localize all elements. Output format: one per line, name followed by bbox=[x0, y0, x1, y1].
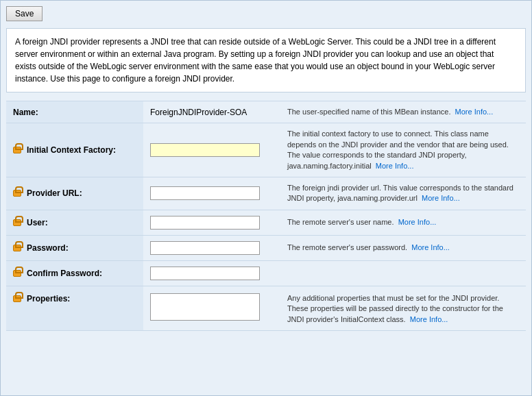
lock-shape bbox=[13, 270, 21, 277]
props-textarea[interactable] bbox=[150, 293, 260, 321]
user-label-wrapper: User: bbox=[13, 217, 136, 228]
props-label-cell: Properties: bbox=[6, 286, 143, 330]
lock-shape bbox=[13, 147, 21, 153]
table-row: Properties: Any additional properties th… bbox=[6, 286, 526, 330]
pwd-help-text: The remote server's user password. bbox=[287, 243, 407, 251]
icf-more-info-link[interactable]: More Info... bbox=[376, 162, 414, 170]
name-value-cell: ForeignJNDIProvider-SOA bbox=[143, 101, 280, 123]
table-row: Name: ForeignJNDIProvider-SOA The user-s… bbox=[6, 101, 526, 123]
table-row: User: The remote server's user name. Mor… bbox=[6, 210, 526, 235]
url-label: Provider URL: bbox=[27, 188, 82, 198]
lock-shape bbox=[13, 295, 21, 302]
url-help-cell: The foreign jndi provider url. This valu… bbox=[280, 177, 526, 210]
icf-input[interactable] bbox=[150, 143, 260, 157]
icf-label-wrapper: Initial Context Factory: bbox=[13, 145, 136, 156]
url-input[interactable] bbox=[150, 186, 260, 200]
pwd-label-wrapper: Password: bbox=[13, 243, 136, 253]
user-label-cell: User: bbox=[6, 210, 143, 235]
pwd-label: Password: bbox=[27, 243, 69, 253]
cpwd-label: Confirm Password: bbox=[27, 269, 102, 278]
user-more-info-link[interactable]: More Info... bbox=[398, 218, 437, 226]
name-value: ForeignJNDIProvider-SOA bbox=[150, 108, 247, 117]
props-help-text: Any additional properties that must be s… bbox=[287, 294, 503, 323]
lock-icon bbox=[13, 217, 24, 228]
toolbar: Save bbox=[6, 6, 526, 21]
cpwd-label-wrapper: Confirm Password: bbox=[13, 268, 136, 279]
props-input-cell bbox=[143, 286, 280, 330]
lock-icon bbox=[13, 243, 24, 253]
url-label-wrapper: Provider URL: bbox=[13, 188, 136, 199]
cpwd-input-cell bbox=[143, 260, 280, 286]
user-input-cell bbox=[143, 210, 280, 235]
user-help-text: The remote server's user name. bbox=[287, 218, 394, 226]
lock-shape bbox=[13, 245, 21, 251]
name-label-cell: Name: bbox=[6, 101, 143, 123]
lock-icon bbox=[13, 293, 24, 304]
user-label: User: bbox=[27, 218, 48, 227]
pwd-input-cell bbox=[143, 235, 280, 260]
pwd-more-info-link[interactable]: More Info... bbox=[411, 243, 450, 251]
table-row: Provider URL: The foreign jndi provider … bbox=[6, 177, 526, 210]
name-help-text: The user-specified name of this MBean in… bbox=[287, 108, 450, 116]
table-row: Initial Context Factory: The initial con… bbox=[6, 123, 526, 177]
lock-shape bbox=[13, 190, 21, 197]
page-wrapper: Save A foreign JNDI provider represents … bbox=[0, 0, 532, 396]
pwd-input[interactable] bbox=[150, 241, 260, 255]
cpwd-input[interactable] bbox=[150, 267, 260, 280]
cpwd-help-cell bbox=[280, 260, 526, 286]
lock-icon bbox=[13, 145, 24, 156]
url-label-cell: Provider URL: bbox=[6, 177, 143, 210]
description-text: A foreign JNDI provider represents a JND… bbox=[15, 37, 496, 84]
icf-help-cell: The initial context factory to use to co… bbox=[280, 123, 526, 177]
url-more-info-link[interactable]: More Info... bbox=[422, 194, 460, 202]
save-button[interactable]: Save bbox=[6, 6, 43, 21]
url-help-text: The foreign jndi provider url. This valu… bbox=[287, 184, 513, 202]
form-table: Name: ForeignJNDIProvider-SOA The user-s… bbox=[6, 101, 526, 331]
props-label: Properties: bbox=[27, 294, 70, 304]
icf-input-cell bbox=[143, 123, 280, 177]
description-box: A foreign JNDI provider represents a JND… bbox=[6, 28, 526, 92]
props-help-cell: Any additional properties that must be s… bbox=[280, 286, 526, 330]
table-row: Password: The remote server's user passw… bbox=[6, 235, 526, 260]
name-label: Name: bbox=[13, 108, 38, 117]
name-help-cell: The user-specified name of this MBean in… bbox=[280, 101, 526, 123]
user-help-cell: The remote server's user name. More Info… bbox=[280, 210, 526, 235]
cpwd-label-cell: Confirm Password: bbox=[6, 260, 143, 286]
url-input-cell bbox=[143, 177, 280, 210]
props-more-info-link[interactable]: More Info... bbox=[410, 315, 448, 323]
table-row: Confirm Password: bbox=[6, 260, 526, 286]
lock-icon bbox=[13, 188, 24, 199]
lock-shape bbox=[13, 219, 21, 226]
pwd-label-cell: Password: bbox=[6, 235, 143, 260]
name-more-info-link[interactable]: More Info... bbox=[455, 108, 494, 116]
icf-label: Initial Context Factory: bbox=[27, 145, 116, 155]
icf-label-cell: Initial Context Factory: bbox=[6, 123, 143, 177]
props-label-wrapper: Properties: bbox=[13, 293, 136, 304]
pwd-help-cell: The remote server's user password. More … bbox=[280, 235, 526, 260]
lock-icon bbox=[13, 268, 24, 279]
user-input[interactable] bbox=[150, 216, 260, 230]
